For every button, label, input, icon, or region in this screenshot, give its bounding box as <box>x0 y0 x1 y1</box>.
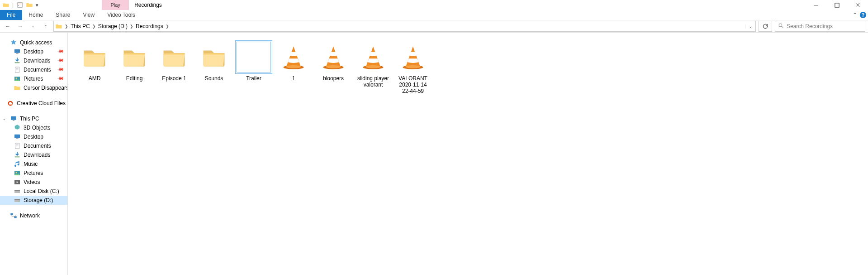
history-dropdown[interactable]: ▾ <box>28 21 38 31</box>
file-label: Editing <box>126 75 143 82</box>
file-item-episode-1[interactable]: Episode 1 <box>155 39 194 96</box>
tab-home[interactable]: Home <box>22 10 49 20</box>
sidebar-item-desktop[interactable]: Desktop📌 <box>0 47 67 56</box>
folder-icon <box>76 41 113 73</box>
label: Desktop <box>24 48 43 55</box>
downloads-icon <box>14 151 21 159</box>
forward-button[interactable]: → <box>15 21 25 31</box>
music-icon <box>14 160 21 168</box>
svg-rect-8 <box>14 49 20 53</box>
sidebar-network[interactable]: Network <box>0 211 67 220</box>
sidebar-item-cursor-disappears-on-ma[interactable]: Cursor Disappears on Ma <box>0 83 67 92</box>
search-box[interactable] <box>775 21 865 32</box>
svg-rect-34 <box>10 213 13 215</box>
file-item-trailer[interactable]: Trailer <box>234 39 273 96</box>
content-area[interactable]: AMDEditingEpisode 1SoundsTrailer1blooper… <box>68 33 868 275</box>
chevron-right-icon[interactable]: ❯ <box>64 24 69 29</box>
sidebar: Quick access Desktop📌Downloads📌Documents… <box>0 33 68 275</box>
file-label: bloopers <box>323 75 344 82</box>
label: Local Disk (C:) <box>24 188 59 194</box>
crumb-this-pc[interactable]: This PC <box>69 21 91 31</box>
ribbon: File Home Share View Video Tools ⌃ ? <box>0 10 868 20</box>
label: Pictures <box>24 76 43 82</box>
vlc-icon <box>315 41 351 73</box>
svg-rect-18 <box>13 120 14 121</box>
up-button[interactable]: ↑ <box>41 21 51 31</box>
sidebar-item-local-disk-c-[interactable]: Local Disk (C:) <box>0 187 67 196</box>
pin-icon: 📌 <box>57 65 66 74</box>
file-item-amd[interactable]: AMD <box>75 39 114 96</box>
folder-icon <box>54 23 64 30</box>
label: 3D Objects <box>24 125 50 131</box>
label: Network <box>20 212 40 219</box>
svg-rect-10 <box>15 62 20 63</box>
crumb-storage[interactable]: Storage (D:) <box>97 21 129 31</box>
label: Quick access <box>20 39 52 46</box>
sidebar-item-videos[interactable]: Videos <box>0 178 67 187</box>
refresh-button[interactable] <box>759 21 772 32</box>
svg-point-33 <box>19 201 19 201</box>
file-label: sliding player valorant <box>355 75 392 88</box>
tab-share[interactable]: Share <box>49 10 76 20</box>
file-item-bloopers[interactable]: bloopers <box>314 39 353 96</box>
sidebar-this-pc[interactable]: ⌄ This PC <box>0 114 67 123</box>
file-label: Trailer <box>246 75 261 82</box>
pc-icon <box>10 115 17 122</box>
sidebar-item-pictures[interactable]: Pictures <box>0 169 67 178</box>
properties-icon[interactable] <box>16 1 24 9</box>
sidebar-creative-cloud[interactable]: Creative Cloud Files <box>0 99 67 108</box>
label: Documents <box>24 67 51 73</box>
tab-view[interactable]: View <box>76 10 101 20</box>
qat-overflow[interactable]: ▾ <box>35 2 38 8</box>
quick-access-toolbar: | ▾ <box>0 0 38 10</box>
address-dropdown[interactable]: ⌄ <box>745 24 755 29</box>
pictures-icon <box>14 169 21 177</box>
play-context-tab[interactable]: Play <box>102 0 129 10</box>
star-icon <box>10 39 17 46</box>
chevron-right-icon[interactable]: ❯ <box>165 24 170 29</box>
folder-small-icon[interactable] <box>25 1 33 9</box>
thumbnail <box>236 41 272 73</box>
close-button[interactable] <box>847 0 868 10</box>
vlc-icon <box>275 41 312 73</box>
chevron-right-icon[interactable]: ❯ <box>91 24 97 29</box>
svg-point-15 <box>16 77 17 79</box>
file-item-1[interactable]: 1 <box>274 39 313 96</box>
sidebar-item-music[interactable]: Music <box>0 159 67 169</box>
pictures-icon <box>14 75 21 82</box>
sidebar-item-downloads[interactable]: Downloads📌 <box>0 56 67 65</box>
sidebar-item-documents[interactable]: Documents📌 <box>0 65 67 74</box>
tab-video-tools[interactable]: Video Tools <box>101 10 142 20</box>
ribbon-expand-icon[interactable]: ⌃ <box>853 12 857 18</box>
label: Documents <box>24 143 51 149</box>
caret-down-icon: ⌄ <box>3 117 7 121</box>
search-input[interactable] <box>787 23 865 29</box>
folder-icon <box>156 41 192 73</box>
sidebar-item-pictures[interactable]: Pictures📌 <box>0 74 67 83</box>
label: Desktop <box>24 134 43 140</box>
maximize-button[interactable] <box>826 0 847 10</box>
svg-point-30 <box>19 192 19 192</box>
crumb-recordings[interactable]: Recordings <box>134 21 165 31</box>
desktop-icon <box>14 48 21 55</box>
minimize-button[interactable]: ─ <box>806 0 826 10</box>
sidebar-item-storage-d-[interactable]: Storage (D:) <box>0 196 67 205</box>
sidebar-item-3d-objects[interactable]: 3D Objects <box>0 123 67 132</box>
file-item-sounds[interactable]: Sounds <box>194 39 233 96</box>
tab-file[interactable]: File <box>0 10 22 20</box>
contextual-tabs: Play <box>102 0 129 10</box>
help-icon[interactable]: ? <box>860 12 866 18</box>
sidebar-item-documents[interactable]: Documents <box>0 141 67 150</box>
file-item-editing[interactable]: Editing <box>115 39 154 96</box>
sidebar-item-downloads[interactable]: Downloads <box>0 150 67 159</box>
file-item-valorant-2020-11-14-22-44-59[interactable]: VALORANT 2020-11-14 22-44-59 <box>394 39 432 96</box>
chevron-right-icon[interactable]: ❯ <box>129 24 134 29</box>
file-item-sliding-player-valorant[interactable]: sliding player valorant <box>354 39 393 96</box>
back-button[interactable]: ← <box>3 21 13 31</box>
sidebar-quick-access[interactable]: Quick access <box>0 38 67 47</box>
address-bar[interactable]: ❯ This PC ❯ Storage (D:) ❯ Recordings ❯ … <box>53 21 756 32</box>
svg-line-7 <box>782 26 783 28</box>
sidebar-item-desktop[interactable]: Desktop <box>0 132 67 141</box>
svg-rect-0 <box>18 3 23 8</box>
desktop-icon <box>14 133 21 140</box>
